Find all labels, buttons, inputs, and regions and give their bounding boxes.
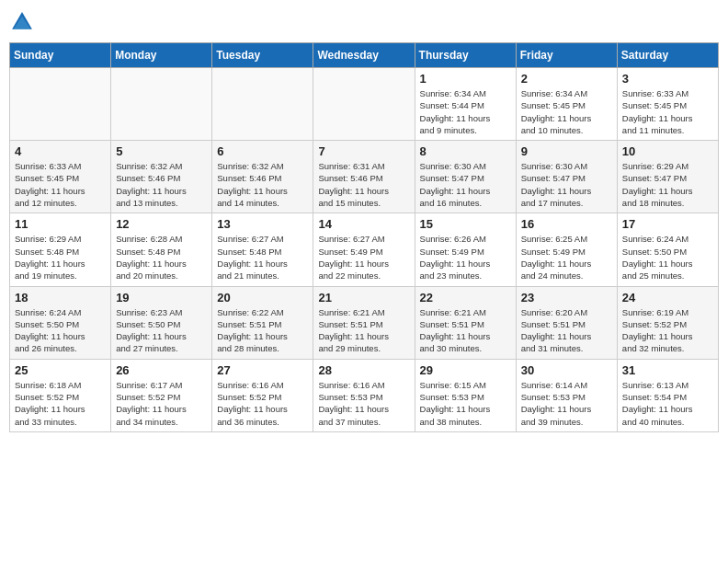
day-number: 16 — [521, 217, 612, 231]
calendar-day-cell: 21Sunrise: 6:21 AM Sunset: 5:51 PM Dayli… — [313, 286, 415, 359]
calendar-day-header: Thursday — [415, 43, 516, 68]
calendar-day-cell: 27Sunrise: 6:16 AM Sunset: 5:52 PM Dayli… — [212, 359, 313, 431]
day-number: 4 — [15, 144, 106, 158]
calendar-day-cell: 4Sunrise: 6:33 AM Sunset: 5:45 PM Daylig… — [10, 141, 111, 213]
day-info: Sunrise: 6:30 AM Sunset: 5:47 PM Dayligh… — [521, 160, 612, 209]
calendar-day-cell: 28Sunrise: 6:16 AM Sunset: 5:53 PM Dayli… — [313, 359, 415, 431]
calendar-day-header: Wednesday — [313, 43, 415, 68]
day-number: 12 — [116, 217, 207, 231]
day-number: 3 — [622, 72, 713, 86]
calendar-day-cell: 19Sunrise: 6:23 AM Sunset: 5:50 PM Dayli… — [111, 286, 212, 359]
calendar-day-cell: 29Sunrise: 6:15 AM Sunset: 5:53 PM Dayli… — [415, 359, 516, 431]
day-info: Sunrise: 6:16 AM Sunset: 5:52 PM Dayligh… — [217, 379, 308, 428]
calendar-day-cell — [111, 68, 212, 141]
day-number: 5 — [116, 144, 207, 158]
day-info: Sunrise: 6:24 AM Sunset: 5:50 PM Dayligh… — [15, 306, 106, 355]
calendar-day-cell: 12Sunrise: 6:28 AM Sunset: 5:48 PM Dayli… — [111, 213, 212, 286]
day-number: 30 — [521, 363, 612, 377]
calendar-day-cell: 31Sunrise: 6:13 AM Sunset: 5:54 PM Dayli… — [617, 359, 718, 431]
day-number: 22 — [420, 291, 511, 304]
logo-icon — [9, 9, 35, 35]
page-header — [9, 9, 719, 35]
calendar-day-header: Saturday — [617, 43, 718, 68]
day-info: Sunrise: 6:21 AM Sunset: 5:51 PM Dayligh… — [420, 306, 511, 355]
day-info: Sunrise: 6:32 AM Sunset: 5:46 PM Dayligh… — [217, 160, 308, 209]
day-number: 6 — [217, 144, 308, 158]
calendar-week-row: 11Sunrise: 6:29 AM Sunset: 5:48 PM Dayli… — [10, 213, 719, 286]
calendar-day-header: Monday — [111, 43, 212, 68]
day-number: 23 — [521, 291, 612, 304]
day-number: 1 — [420, 72, 511, 86]
day-number: 10 — [622, 144, 713, 158]
calendar-header-row: SundayMondayTuesdayWednesdayThursdayFrid… — [10, 43, 719, 68]
day-info: Sunrise: 6:33 AM Sunset: 5:45 PM Dayligh… — [15, 160, 106, 209]
calendar-day-cell: 14Sunrise: 6:27 AM Sunset: 5:49 PM Dayli… — [313, 213, 415, 286]
day-info: Sunrise: 6:34 AM Sunset: 5:45 PM Dayligh… — [521, 87, 612, 136]
day-info: Sunrise: 6:16 AM Sunset: 5:53 PM Dayligh… — [318, 379, 409, 428]
calendar-day-cell: 11Sunrise: 6:29 AM Sunset: 5:48 PM Dayli… — [10, 213, 111, 286]
day-info: Sunrise: 6:23 AM Sunset: 5:50 PM Dayligh… — [116, 306, 207, 355]
day-info: Sunrise: 6:32 AM Sunset: 5:46 PM Dayligh… — [116, 160, 207, 209]
day-number: 20 — [217, 291, 308, 304]
day-number: 11 — [15, 217, 106, 231]
calendar-day-cell: 10Sunrise: 6:29 AM Sunset: 5:47 PM Dayli… — [617, 141, 718, 213]
day-info: Sunrise: 6:19 AM Sunset: 5:52 PM Dayligh… — [622, 306, 713, 355]
day-info: Sunrise: 6:28 AM Sunset: 5:48 PM Dayligh… — [116, 233, 207, 282]
calendar-day-cell: 7Sunrise: 6:31 AM Sunset: 5:46 PM Daylig… — [313, 141, 415, 213]
calendar-day-cell — [10, 68, 111, 141]
calendar-day-cell: 20Sunrise: 6:22 AM Sunset: 5:51 PM Dayli… — [212, 286, 313, 359]
calendar-day-cell: 17Sunrise: 6:24 AM Sunset: 5:50 PM Dayli… — [617, 213, 718, 286]
day-number: 18 — [15, 291, 106, 304]
day-number: 25 — [15, 363, 106, 377]
calendar-day-cell: 16Sunrise: 6:25 AM Sunset: 5:49 PM Dayli… — [516, 213, 617, 286]
day-info: Sunrise: 6:25 AM Sunset: 5:49 PM Dayligh… — [521, 233, 612, 282]
day-number: 15 — [420, 217, 511, 231]
calendar-day-header: Tuesday — [212, 43, 313, 68]
day-number: 31 — [622, 363, 713, 377]
calendar-day-cell: 8Sunrise: 6:30 AM Sunset: 5:47 PM Daylig… — [415, 141, 516, 213]
day-info: Sunrise: 6:18 AM Sunset: 5:52 PM Dayligh… — [15, 379, 106, 428]
day-number: 17 — [622, 217, 713, 231]
day-info: Sunrise: 6:24 AM Sunset: 5:50 PM Dayligh… — [622, 233, 713, 282]
day-number: 29 — [420, 363, 511, 377]
day-number: 8 — [420, 144, 511, 158]
calendar-day-cell: 9Sunrise: 6:30 AM Sunset: 5:47 PM Daylig… — [516, 141, 617, 213]
day-info: Sunrise: 6:13 AM Sunset: 5:54 PM Dayligh… — [622, 379, 713, 428]
calendar-day-cell — [313, 68, 415, 141]
calendar-day-cell: 22Sunrise: 6:21 AM Sunset: 5:51 PM Dayli… — [415, 286, 516, 359]
day-info: Sunrise: 6:26 AM Sunset: 5:49 PM Dayligh… — [420, 233, 511, 282]
day-number: 21 — [318, 291, 409, 304]
day-info: Sunrise: 6:30 AM Sunset: 5:47 PM Dayligh… — [420, 160, 511, 209]
calendar-day-cell: 6Sunrise: 6:32 AM Sunset: 5:46 PM Daylig… — [212, 141, 313, 213]
day-info: Sunrise: 6:34 AM Sunset: 5:44 PM Dayligh… — [420, 87, 511, 136]
calendar-day-header: Sunday — [10, 43, 111, 68]
calendar-day-cell: 13Sunrise: 6:27 AM Sunset: 5:48 PM Dayli… — [212, 213, 313, 286]
day-number: 28 — [318, 363, 409, 377]
day-number: 7 — [318, 144, 409, 158]
day-number: 9 — [521, 144, 612, 158]
calendar-day-cell: 23Sunrise: 6:20 AM Sunset: 5:51 PM Dayli… — [516, 286, 617, 359]
calendar-week-row: 25Sunrise: 6:18 AM Sunset: 5:52 PM Dayli… — [10, 359, 719, 431]
day-info: Sunrise: 6:27 AM Sunset: 5:48 PM Dayligh… — [217, 233, 308, 282]
calendar-day-cell: 1Sunrise: 6:34 AM Sunset: 5:44 PM Daylig… — [415, 68, 516, 141]
calendar-day-cell: 15Sunrise: 6:26 AM Sunset: 5:49 PM Dayli… — [415, 213, 516, 286]
calendar-week-row: 4Sunrise: 6:33 AM Sunset: 5:45 PM Daylig… — [10, 141, 719, 213]
day-info: Sunrise: 6:29 AM Sunset: 5:47 PM Dayligh… — [622, 160, 713, 209]
calendar-week-row: 18Sunrise: 6:24 AM Sunset: 5:50 PM Dayli… — [10, 286, 719, 359]
day-info: Sunrise: 6:31 AM Sunset: 5:46 PM Dayligh… — [318, 160, 409, 209]
day-info: Sunrise: 6:17 AM Sunset: 5:52 PM Dayligh… — [116, 379, 207, 428]
day-number: 27 — [217, 363, 308, 377]
day-number: 24 — [622, 291, 713, 304]
calendar-week-row: 1Sunrise: 6:34 AM Sunset: 5:44 PM Daylig… — [10, 68, 719, 141]
day-info: Sunrise: 6:14 AM Sunset: 5:53 PM Dayligh… — [521, 379, 612, 428]
calendar-day-cell: 5Sunrise: 6:32 AM Sunset: 5:46 PM Daylig… — [111, 141, 212, 213]
calendar-day-cell: 26Sunrise: 6:17 AM Sunset: 5:52 PM Dayli… — [111, 359, 212, 431]
day-info: Sunrise: 6:29 AM Sunset: 5:48 PM Dayligh… — [15, 233, 106, 282]
calendar-table: SundayMondayTuesdayWednesdayThursdayFrid… — [9, 42, 719, 432]
day-info: Sunrise: 6:27 AM Sunset: 5:49 PM Dayligh… — [318, 233, 409, 282]
day-info: Sunrise: 6:15 AM Sunset: 5:53 PM Dayligh… — [420, 379, 511, 428]
calendar-day-cell: 3Sunrise: 6:33 AM Sunset: 5:45 PM Daylig… — [617, 68, 718, 141]
calendar-day-cell: 25Sunrise: 6:18 AM Sunset: 5:52 PM Dayli… — [10, 359, 111, 431]
calendar-day-cell — [212, 68, 313, 141]
calendar-day-header: Friday — [516, 43, 617, 68]
